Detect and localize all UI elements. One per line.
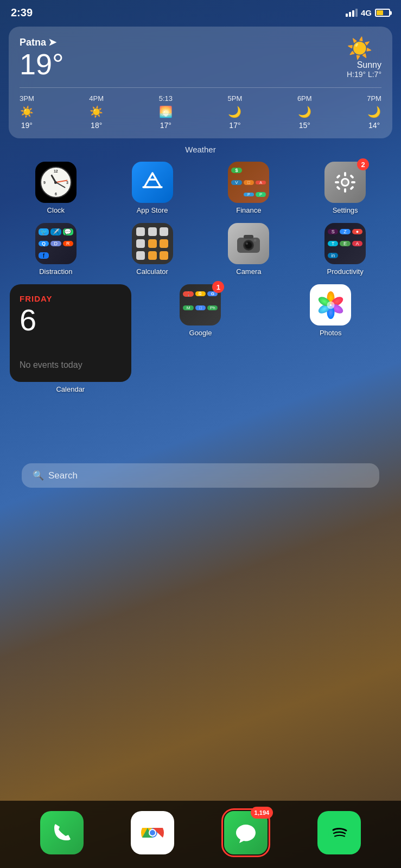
network-label: 4G: [361, 8, 372, 17]
clock-minute-hand: [55, 182, 65, 188]
photos-svg: [316, 290, 346, 320]
settings-badge: 2: [357, 158, 369, 170]
search-icon: 🔍: [33, 470, 44, 481]
hourly-item: 4PM ☀️ 18°: [89, 94, 104, 130]
weather-left: Patna ➤ 19°: [20, 36, 64, 80]
svg-point-17: [254, 239, 257, 242]
photos-icon: [310, 284, 351, 326]
google-label: Google: [189, 329, 212, 337]
weather-hourly: 3PM ☀️ 19° 4PM ☀️ 18° 5:13 🌅 17° 5PM 🌙 1…: [20, 87, 381, 130]
phone-svg: [50, 821, 74, 845]
app-camera[interactable]: Camera: [203, 223, 295, 276]
svg-rect-2: [344, 172, 346, 176]
app-appstore[interactable]: App Store: [106, 162, 199, 214]
finance-label: Finance: [236, 206, 261, 214]
battery-fill: [377, 10, 383, 15]
gear-icon: [333, 170, 358, 195]
settings-icon: 2: [324, 162, 366, 203]
appstore-label: App Store: [137, 206, 168, 214]
dock-spotify[interactable]: [317, 811, 361, 854]
status-time: 2:39: [11, 7, 33, 19]
camera-label: Camera: [236, 267, 261, 276]
chrome-icon: [131, 811, 174, 854]
dock: 1,194: [0, 801, 401, 868]
appstore-svg: [139, 169, 166, 196]
spotify-icon: [317, 811, 361, 854]
svg-rect-3: [344, 188, 346, 193]
search-bar[interactable]: 🔍 Search: [22, 463, 379, 488]
camera-icon: [228, 223, 269, 264]
hourly-icon-5: 🌙: [367, 105, 381, 118]
dock-phone[interactable]: [40, 811, 84, 854]
finance-icon: $ V □ A P P: [228, 162, 269, 203]
calendar-day: FRIDAY: [20, 294, 122, 303]
svg-rect-6: [336, 174, 340, 178]
appstore-icon: [132, 162, 173, 203]
hourly-icon-0: ☀️: [20, 105, 34, 118]
photos-label: Photos: [320, 329, 341, 337]
hourly-item: 6PM 🌙 15°: [297, 94, 312, 130]
app-distraction[interactable]: 🐦 ✈️ 💬 Q D R f Distraction: [10, 223, 102, 276]
weather-widget[interactable]: Patna ➤ 19° ☀️ Sunny H:19° L:7° 3PM ☀️ 1…: [9, 27, 392, 138]
weather-condition: Sunny: [347, 60, 381, 70]
calculator-label: Calculator: [136, 267, 168, 276]
youtube-row: YouTube: [0, 402, 401, 455]
messages-badge: 1,194: [251, 807, 273, 819]
calendar-label: Calendar: [56, 385, 85, 393]
weather-widget-label: Weather: [0, 145, 401, 154]
hourly-item: 3PM ☀️ 19°: [20, 94, 34, 130]
hourly-item: 7PM 🌙 14°: [367, 94, 381, 130]
weather-top: Patna ➤ 19° ☀️ Sunny H:19° L:7°: [20, 36, 381, 80]
weather-temperature: 19°: [20, 49, 64, 79]
spotify-svg: [327, 820, 352, 845]
svg-point-1: [342, 180, 348, 185]
status-right: 4G: [346, 8, 390, 17]
app-finance[interactable]: $ V □ A P P Finance: [203, 162, 295, 214]
app-calculator[interactable]: Calculator: [106, 223, 199, 276]
calendar-section: FRIDAY 6 No events today Calendar: [10, 284, 131, 393]
clock-icon: 12 3 6 9: [35, 162, 77, 203]
svg-rect-4: [335, 181, 339, 183]
svg-rect-7: [349, 174, 354, 178]
hourly-icon-1: ☀️: [90, 105, 103, 118]
messages-icon: 1,194: [224, 811, 268, 854]
app-productivity[interactable]: S Z ● T E A in Productivity: [299, 223, 391, 276]
mixed-row: FRIDAY 6 No events today Calendar 1 📍 🗓 …: [0, 284, 401, 393]
svg-rect-5: [351, 181, 355, 183]
clock-label: Clock: [47, 206, 65, 214]
weather-right: ☀️ Sunny H:19° L:7°: [347, 36, 381, 79]
hourly-item: 5:13 🌅 17°: [159, 94, 173, 130]
status-bar: 2:39 4G: [0, 0, 401, 22]
app-settings[interactable]: 2 Settings: [299, 162, 391, 214]
phone-icon: [40, 811, 84, 854]
google-badge: 1: [212, 281, 224, 293]
calculator-icon: [132, 223, 173, 264]
settings-label: Settings: [333, 206, 358, 214]
distraction-icon: 🐦 ✈️ 💬 Q D R f: [35, 223, 77, 264]
calendar-date: 6: [20, 303, 122, 337]
dock-chrome[interactable]: [131, 811, 174, 854]
hourly-icon-2: 🌅: [159, 105, 173, 118]
clock-face: 12 3 6 9: [40, 167, 72, 198]
svg-rect-8: [336, 186, 340, 190]
camera-svg: [236, 233, 261, 254]
calendar-widget[interactable]: FRIDAY 6 No events today: [10, 284, 131, 382]
google-icon: 1 📍 🗓 G M □ Ph: [180, 284, 221, 326]
app-row-1: 12 3 6 9 Clock App Store $ V □ A: [0, 162, 401, 214]
search-text: Search: [48, 470, 78, 481]
svg-point-16: [246, 242, 248, 245]
calendar-no-events: No events today: [20, 360, 122, 372]
productivity-label: Productivity: [327, 267, 364, 276]
hourly-item: 5PM 🌙 17°: [228, 94, 243, 130]
app-row-2: 🐦 ✈️ 💬 Q D R f Distraction Calculator: [0, 223, 401, 276]
app-photos[interactable]: Photos: [270, 284, 391, 337]
app-google[interactable]: 1 📍 🗓 G M □ Ph Google: [140, 284, 262, 337]
messages-svg: [233, 820, 258, 845]
app-clock[interactable]: 12 3 6 9 Clock: [10, 162, 102, 214]
dock-messages[interactable]: 1,194: [221, 808, 270, 857]
distraction-label: Distraction: [39, 267, 72, 276]
hourly-icon-3: 🌙: [228, 105, 241, 118]
sun-icon: ☀️: [347, 36, 381, 60]
hourly-icon-4: 🌙: [298, 105, 311, 118]
weather-location: Patna ➤: [20, 36, 64, 48]
